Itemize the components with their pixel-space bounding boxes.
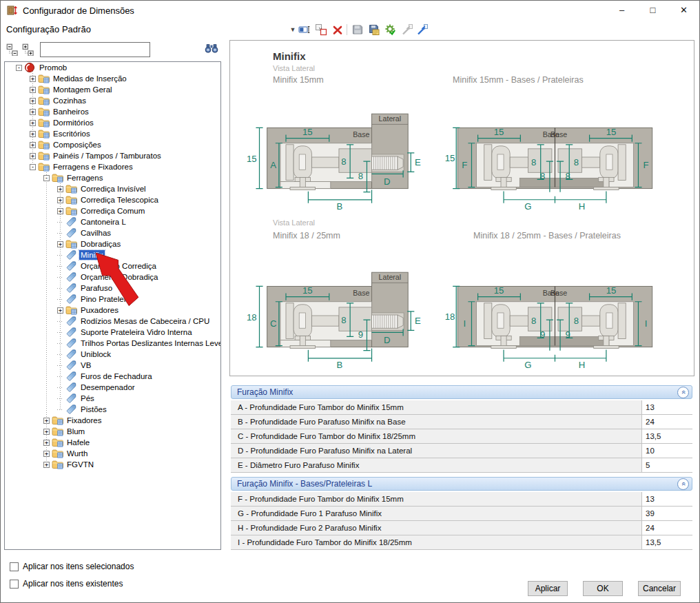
- apply-selected-items-checkbox-row[interactable]: Aplicar nos itens selecionados: [10, 562, 134, 571]
- tree-item-label[interactable]: Montagem Geral: [52, 85, 114, 94]
- tree-item-label[interactable]: Cozinhas: [52, 96, 88, 105]
- tree-item[interactable]: -Promob: [5, 62, 220, 73]
- parameter-value-input[interactable]: 13: [641, 400, 692, 414]
- parameter-value-input[interactable]: 24: [641, 415, 692, 429]
- expand-node-icon[interactable]: +: [30, 142, 36, 148]
- tree-item-label[interactable]: Corrediça Telescopica: [79, 195, 160, 205]
- tree-item-label[interactable]: Ferragens: [65, 173, 104, 183]
- tree-item-label[interactable]: Cavilhas: [79, 228, 112, 238]
- search-binoculars-icon[interactable]: [205, 43, 218, 54]
- parameter-value-input[interactable]: 13,5: [641, 429, 692, 443]
- parameter-value-input[interactable]: 13,5: [641, 535, 692, 549]
- parameter-value-input[interactable]: 39: [641, 507, 692, 520]
- tree-item-label[interactable]: Orçamento Dobradiça: [79, 272, 160, 282]
- collapse-node-icon[interactable]: -: [30, 164, 36, 170]
- tree-item[interactable]: +Corrediça Telescopica: [5, 194, 220, 205]
- tree-item[interactable]: +Painéis / Tampos / Tamburatos: [5, 150, 220, 161]
- collapse-node-icon[interactable]: -: [16, 65, 22, 71]
- tree-item-label[interactable]: Furos de Fechadura: [79, 371, 154, 381]
- parameter-value-input[interactable]: 10: [641, 444, 692, 458]
- expand-node-icon[interactable]: +: [43, 462, 50, 468]
- maximize-button[interactable]: □: [637, 1, 668, 20]
- apply-existing-items-checkbox-row[interactable]: Aplicar nos itens existentes: [10, 579, 123, 589]
- tree-item-label[interactable]: Minifix: [79, 250, 105, 260]
- tree-item-label[interactable]: Promob: [38, 63, 68, 72]
- tree-item[interactable]: Suporte Prateleira Vidro Interna: [5, 327, 220, 338]
- tree-item[interactable]: +Corrediça Invisível: [5, 183, 220, 194]
- expand-node-icon[interactable]: +: [30, 98, 36, 104]
- expand-node-icon[interactable]: +: [57, 241, 63, 247]
- tree-item[interactable]: +Blum: [5, 426, 220, 437]
- expand-node-icon[interactable]: +: [57, 307, 63, 314]
- tree-item[interactable]: +Corrediça Comum: [5, 205, 220, 216]
- expand-node-icon[interactable]: +: [43, 440, 50, 446]
- delete-configuration-icon[interactable]: [331, 23, 344, 37]
- rename-configuration-icon[interactable]: [298, 23, 311, 37]
- tree-item-label[interactable]: Fixadores: [65, 416, 103, 425]
- expand-node-icon[interactable]: +: [57, 197, 63, 203]
- tree-item[interactable]: Orçamento Dobradiça: [5, 272, 220, 283]
- tree-item-label[interactable]: Banheiros: [52, 107, 90, 116]
- tree-item-label[interactable]: Hafele: [65, 438, 91, 447]
- parameter-value-input[interactable]: 13: [641, 492, 692, 506]
- tree-item-label[interactable]: Rodízios Mesas de Cabeceira / CPU: [79, 316, 211, 326]
- tree-item-label[interactable]: Composições: [52, 140, 103, 150]
- tree-item-label[interactable]: Suporte Prateleira Vidro Interna: [79, 327, 194, 337]
- configuration-name-dropdown[interactable]: Configuração Padrão: [6, 24, 91, 34]
- checkbox-unchecked-icon[interactable]: [10, 562, 19, 571]
- tree-item[interactable]: Cantoneira L: [5, 216, 220, 227]
- tree-item-label[interactable]: Uniblock: [79, 349, 112, 359]
- tree-item[interactable]: Trilhos Portas Deslizantes Internas Leve…: [5, 338, 220, 349]
- expand-node-icon[interactable]: +: [43, 429, 50, 435]
- tree-item[interactable]: Orçamento Corrediça: [5, 260, 220, 272]
- tree-item[interactable]: Desempenador: [5, 382, 220, 393]
- tree-item-label[interactable]: Cantoneira L: [79, 217, 127, 227]
- tree-item[interactable]: +Dormitórios: [5, 117, 220, 128]
- tree-item[interactable]: -Ferragens: [5, 172, 220, 183]
- tree-item-label[interactable]: Corrediça Comum: [79, 206, 146, 216]
- tree-item-label[interactable]: Corrediça Invisível: [79, 184, 147, 194]
- tree-item-label[interactable]: Parafuso: [79, 283, 114, 293]
- tree-item-label[interactable]: Blum: [65, 427, 86, 436]
- tree-item[interactable]: +Escritórios: [5, 128, 220, 139]
- tree-item[interactable]: +Fixadores: [5, 415, 220, 426]
- expand-node-icon[interactable]: +: [30, 153, 36, 159]
- copy-configuration-icon[interactable]: [314, 23, 328, 37]
- tree-item-label[interactable]: Painéis / Tampos / Tamburatos: [52, 151, 163, 161]
- expand-node-icon[interactable]: +: [30, 131, 36, 137]
- export-configuration-icon[interactable]: [367, 23, 381, 37]
- tree-item[interactable]: -Ferragens e Fixadores: [5, 161, 220, 172]
- collapse-section-button[interactable]: «: [677, 478, 689, 490]
- close-button[interactable]: ✕: [668, 1, 699, 20]
- expand-node-icon[interactable]: +: [30, 120, 36, 126]
- collapse-node-icon[interactable]: -: [43, 175, 50, 181]
- tree-item-label[interactable]: Dormitórios: [52, 118, 95, 127]
- ok-button[interactable]: OK: [583, 581, 623, 596]
- expand-node-icon[interactable]: +: [30, 76, 36, 82]
- tree-item-label[interactable]: Escritórios: [52, 129, 92, 139]
- tree-item[interactable]: +Banheiros: [5, 106, 220, 117]
- tree-item[interactable]: +Puxadores: [5, 305, 220, 316]
- tree-item[interactable]: +Dobradiças: [5, 238, 220, 249]
- tree-item-label[interactable]: Pés: [79, 394, 96, 403]
- tree-item[interactable]: Pino Prateleira: [5, 294, 220, 305]
- tree-item-label[interactable]: Dobradiças: [79, 239, 122, 249]
- expand-node-icon[interactable]: +: [43, 418, 50, 424]
- tree-item-label[interactable]: Trilhos Portas Deslizantes Internas Leve…: [79, 338, 221, 348]
- tree-item[interactable]: Pistões: [5, 404, 220, 415]
- checkbox-unchecked-icon[interactable]: [10, 580, 19, 589]
- tree-item-label[interactable]: Pino Prateleira: [79, 294, 134, 304]
- expand-node-icon[interactable]: +: [30, 87, 36, 93]
- apply-button[interactable]: Aplicar: [528, 581, 568, 596]
- expand-node-icon[interactable]: +: [30, 109, 36, 115]
- tree-item[interactable]: +Hafele: [5, 437, 220, 448]
- expand-all-icon[interactable]: [22, 43, 34, 54]
- tree-item[interactable]: VB: [5, 360, 220, 371]
- expand-node-icon[interactable]: +: [43, 451, 50, 457]
- tree-item[interactable]: Rodízios Mesas de Cabeceira / CPU: [5, 316, 220, 327]
- parameter-value-input[interactable]: 24: [641, 521, 692, 535]
- collapse-section-button[interactable]: «: [677, 387, 689, 398]
- tree-item[interactable]: Furos de Fechadura: [5, 371, 220, 382]
- parameter-value-input[interactable]: 5: [641, 458, 692, 472]
- tree-item-label[interactable]: Ferragens e Fixadores: [52, 162, 134, 172]
